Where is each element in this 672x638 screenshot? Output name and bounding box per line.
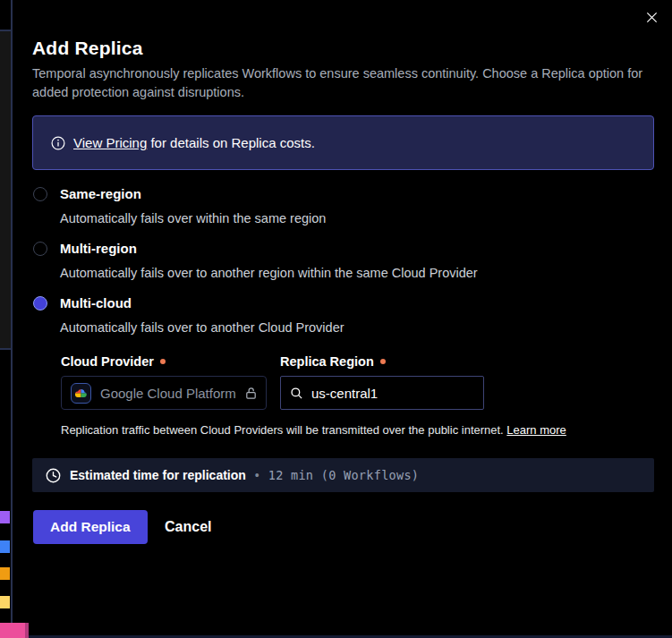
backdrop-bar-orange <box>0 567 10 580</box>
backdrop-card-edge <box>0 31 11 348</box>
cloud-provider-value: Google Cloud Platform <box>100 386 236 401</box>
modal-title: Add Replica <box>32 38 143 59</box>
traffic-note: Replication traffic between Cloud Provid… <box>61 423 566 437</box>
cancel-button[interactable]: Cancel <box>152 510 224 544</box>
cloud-provider-label-text: Cloud Provider <box>61 354 154 369</box>
traffic-note-text: Replication traffic between Cloud Provid… <box>61 423 506 437</box>
view-pricing-link[interactable]: View Pricing <box>73 135 147 150</box>
backdrop-bar-purple <box>0 511 10 523</box>
screen: Add Replica Temporal asynchronously repl… <box>0 0 672 638</box>
estimate-value: 12 min (0 Workflows) <box>268 468 420 482</box>
required-dot <box>160 359 166 364</box>
option-label: Multi-cloud <box>60 294 345 311</box>
cloud-provider-select[interactable]: Google Cloud Platform <box>61 376 267 410</box>
clock-icon <box>46 468 61 483</box>
backdrop-bar-yellow <box>0 596 10 608</box>
search-icon <box>290 387 303 400</box>
replica-region-input[interactable] <box>311 386 474 401</box>
backdrop-bar-pink <box>0 623 25 638</box>
pricing-banner-rest: for details on Replica costs. <box>147 135 315 150</box>
required-dot <box>380 359 386 364</box>
info-icon <box>51 136 65 150</box>
google-cloud-icon <box>71 383 91 404</box>
radio-same-region[interactable] <box>33 187 47 201</box>
option-label: Multi-region <box>60 240 478 257</box>
estimate-banner: Estimated time for replication • 12 min … <box>32 458 654 492</box>
lock-open-icon <box>244 387 258 400</box>
backdrop-vertical-border <box>11 0 13 638</box>
option-description: Automatically fails over to another regi… <box>60 265 478 282</box>
learn-more-link[interactable]: Learn more <box>506 423 566 437</box>
estimate-label: Estimated time for replication <box>70 468 246 482</box>
modal-description: Temporal asynchronously replicates Workf… <box>32 64 659 102</box>
cloud-provider-label: Cloud Provider <box>61 354 166 369</box>
option-same-region[interactable]: Same-region Automatically fails over wit… <box>33 185 326 227</box>
replica-region-label-text: Replica Region <box>280 354 374 369</box>
estimate-separator: • <box>255 468 259 482</box>
add-replica-button[interactable]: Add Replica <box>33 510 148 544</box>
option-description: Automatically fails over to another Clou… <box>60 319 345 336</box>
backdrop-bar-blue <box>0 540 10 553</box>
radio-multi-cloud[interactable] <box>33 296 47 310</box>
option-label: Same-region <box>60 185 326 202</box>
backdrop-bar-pink-edge <box>25 623 29 638</box>
pricing-banner: View Pricing for details on Replica cost… <box>32 115 654 170</box>
close-button[interactable] <box>642 7 661 27</box>
option-multi-region[interactable]: Multi-region Automatically fails over to… <box>33 240 478 282</box>
close-icon <box>645 11 659 24</box>
option-description: Automatically fails over within the same… <box>60 210 326 227</box>
replica-region-label: Replica Region <box>280 354 386 369</box>
replica-region-field <box>280 376 484 410</box>
pricing-banner-text: View Pricing for details on Replica cost… <box>73 135 315 150</box>
option-multi-cloud[interactable]: Multi-cloud Automatically fails over to … <box>33 294 345 336</box>
radio-multi-region[interactable] <box>33 242 47 256</box>
